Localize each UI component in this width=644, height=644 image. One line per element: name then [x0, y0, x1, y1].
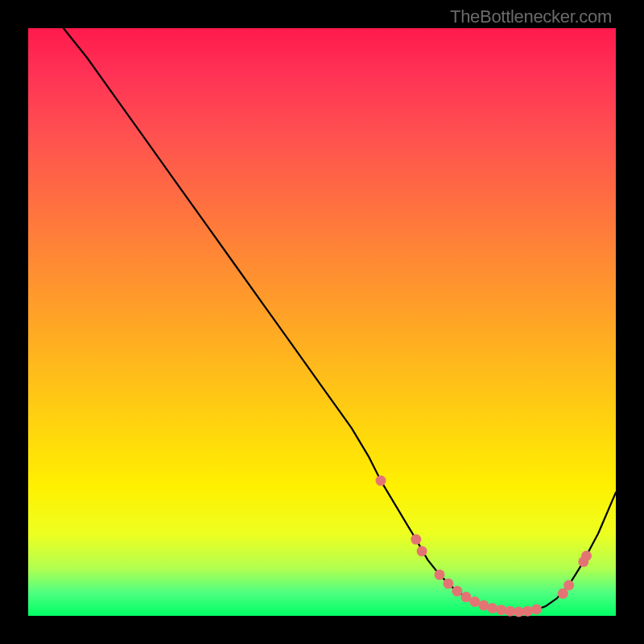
highlight-dot: [522, 606, 533, 617]
highlight-dot: [452, 586, 462, 597]
highlight-dot: [531, 605, 542, 615]
watermark-text: TheBottlenecker.com: [450, 6, 612, 27]
curve-svg: [28, 28, 616, 616]
highlight-dot: [435, 569, 445, 580]
highlight-dot: [487, 603, 497, 613]
chart-container: TheBottlenecker.com: [0, 0, 644, 644]
highlight-dot: [443, 578, 453, 588]
highlight-dot: [564, 580, 574, 591]
highlight-dot: [376, 476, 386, 486]
highlight-dot: [411, 535, 421, 545]
highlight-dot: [581, 551, 592, 561]
highlight-dot: [496, 605, 506, 615]
highlight-dot: [417, 546, 427, 556]
bottleneck-curve: [64, 28, 616, 612]
plot-area: [28, 28, 616, 616]
highlight-dots: [376, 476, 592, 617]
